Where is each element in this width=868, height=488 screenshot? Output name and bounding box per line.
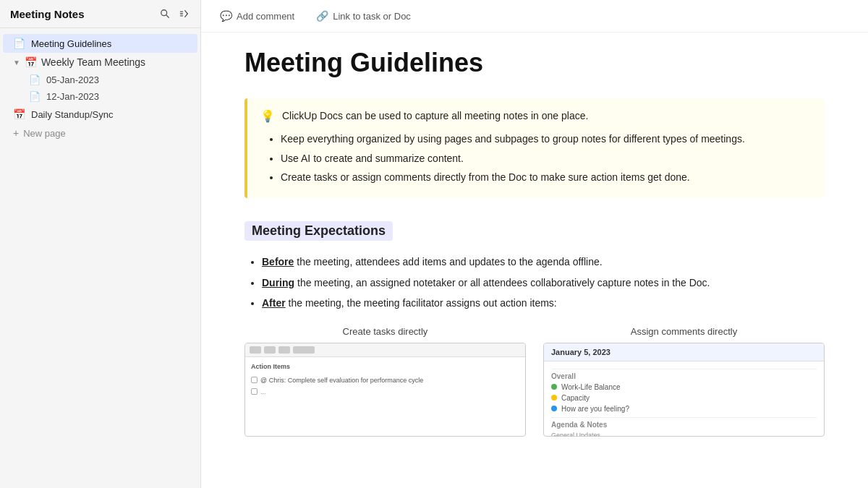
- img-row: General Updates: [551, 430, 817, 437]
- image-placeholder-tasks: Action Items @ Chris: Complete self eval…: [244, 343, 526, 437]
- img-header: January 5, 2023: [544, 343, 824, 361]
- list-item: After the meeting, the meeting facilitat…: [262, 295, 825, 311]
- link-icon: 🔗: [316, 10, 328, 22]
- during-text: the meeting, an assigned notetaker or al…: [297, 277, 710, 288]
- row-label: How are you feeling?: [561, 405, 629, 413]
- during-label: During: [262, 277, 294, 288]
- dot-blue: [551, 406, 557, 411]
- page-icon: 📄: [29, 91, 41, 102]
- list-item: Use AI to create and summarize content.: [281, 150, 812, 166]
- sidebar-item-label: Meeting Guidelines: [31, 38, 111, 49]
- section-heading-wrapper: Meeting Expectations: [244, 221, 393, 241]
- row-label: Capacity: [561, 394, 590, 402]
- action-item-text: @ Chris: Complete self evaluation for pe…: [260, 377, 423, 384]
- after-label: After: [262, 297, 286, 309]
- callout-box: 💡 ClickUp Docs can be used to capture al…: [244, 98, 825, 198]
- sidebar-item-12-jan-2023[interactable]: 📄 12-Jan-2023: [3, 88, 197, 105]
- img-section-label: Overall: [551, 369, 817, 382]
- image-placeholder-comments: January 5, 2023 Overall Work-Life Balanc…: [543, 343, 825, 437]
- img-row: Work-Life Balance: [551, 382, 817, 393]
- calendar-icon: 📅: [13, 108, 25, 120]
- img-body: Overall Work-Life Balance Capacity How a…: [544, 361, 824, 437]
- collapse-sidebar-button[interactable]: [177, 7, 190, 20]
- dot-yellow: [551, 395, 557, 401]
- svg-rect-4: [180, 15, 183, 16]
- mock-btn: [278, 346, 290, 354]
- page-icon: 📄: [29, 74, 41, 85]
- sidebar-item-label: 12-Jan-2023: [46, 91, 99, 102]
- sidebar-item-label: Daily Standup/Sync: [31, 109, 113, 120]
- section-heading: Meeting Expectations: [252, 223, 386, 239]
- mock-action-item: ...: [251, 386, 519, 398]
- lightbulb-icon: 💡: [260, 109, 275, 123]
- sidebar-item-meeting-guidelines[interactable]: 📄 Meeting Guidelines: [3, 34, 197, 53]
- sidebar-item-label: 05-Jan-2023: [46, 74, 99, 85]
- doc-content: Meeting Guidelines 💡 ClickUp Docs can be…: [201, 33, 868, 488]
- list-item: Keep everything organized by using pages…: [281, 131, 812, 147]
- mock-btn: [264, 346, 276, 354]
- image-card-comments: Assign comments directly January 5, 2023…: [543, 326, 825, 437]
- link-label: Link to task or Doc: [333, 11, 411, 22]
- image-caption-tasks: Create tasks directly: [343, 326, 428, 337]
- expectations-list: Before the meeting, attendees add items …: [244, 254, 825, 311]
- callout-header: 💡 ClickUp Docs can be used to capture al…: [260, 108, 812, 124]
- sidebar-group-label: Weekly Team Meetings: [41, 56, 145, 68]
- action-items-label: Action Items: [251, 363, 519, 370]
- main-content-area: 💬 Add comment 🔗 Link to task or Doc Meet…: [201, 0, 868, 488]
- search-icon: [160, 9, 170, 19]
- mock-action-item: @ Chris: Complete self evaluation for pe…: [251, 374, 519, 386]
- sidebar-actions: [158, 7, 190, 20]
- mock-content: Action Items @ Chris: Complete self eval…: [245, 357, 525, 403]
- list-item: Create tasks or assign comments directly…: [281, 169, 812, 185]
- plus-icon: +: [13, 127, 19, 139]
- search-button[interactable]: [158, 7, 171, 20]
- image-card-tasks: Create tasks directly Action Items @ Chr…: [244, 326, 526, 437]
- page-title: Meeting Guidelines: [244, 47, 825, 78]
- svg-line-1: [166, 15, 169, 18]
- sidebar-item-daily-standup[interactable]: 📅 Daily Standup/Sync: [3, 105, 197, 124]
- mock-btn: [293, 346, 315, 354]
- add-page-label: New page: [23, 128, 66, 139]
- calendar-icon: 📅: [25, 56, 37, 68]
- img-row: How are you feeling?: [551, 403, 817, 414]
- row-text: General Updates: [551, 432, 600, 437]
- before-text: the meeting, attendees add items and upd…: [297, 256, 602, 267]
- list-item: Before the meeting, attendees add items …: [262, 254, 825, 270]
- page-icon: 📄: [13, 38, 25, 49]
- img-section-label-agenda: Agenda & Notes: [551, 417, 817, 430]
- list-item: During the meeting, an assigned notetake…: [262, 275, 825, 291]
- sidebar-item-05-jan-2023[interactable]: 📄 05-Jan-2023: [3, 72, 197, 88]
- sidebar-title: Meeting Notes: [10, 8, 85, 20]
- callout-text: ClickUp Docs can be used to capture all …: [282, 108, 588, 124]
- svg-line-5: [185, 11, 188, 14]
- after-text: the meeting, the meeting facilitator ass…: [289, 297, 557, 309]
- sidebar-header: Meeting Notes: [0, 0, 200, 28]
- callout-list: Keep everything organized by using pages…: [260, 131, 812, 185]
- sidebar: Meeting Notes 📄 Meet: [0, 0, 201, 488]
- mock-btn: [250, 346, 261, 354]
- add-new-page-button[interactable]: + New page: [3, 124, 197, 142]
- mock-checkbox: [251, 377, 258, 383]
- action-item-text: ...: [260, 388, 266, 395]
- collapse-icon: [179, 9, 189, 19]
- comment-icon: 💬: [220, 10, 232, 22]
- img-row: Capacity: [551, 393, 817, 403]
- doc-toolbar: 💬 Add comment 🔗 Link to task or Doc: [201, 0, 868, 33]
- chevron-down-icon: ▼: [13, 59, 20, 67]
- row-label: Work-Life Balance: [561, 383, 621, 391]
- sidebar-group-weekly-team-meetings[interactable]: ▼ 📅 Weekly Team Meetings: [3, 53, 197, 72]
- svg-line-6: [185, 14, 188, 17]
- add-comment-label: Add comment: [237, 11, 294, 22]
- add-comment-button[interactable]: 💬 Add comment: [216, 7, 299, 25]
- sidebar-nav: 📄 Meeting Guidelines ▼ 📅 Weekly Team Mee…: [0, 28, 200, 148]
- link-to-task-button[interactable]: 🔗 Link to task or Doc: [312, 7, 415, 25]
- dot-green: [551, 384, 557, 390]
- mock-toolbar: [245, 343, 525, 357]
- svg-rect-2: [180, 12, 183, 12]
- mock-checkbox: [251, 388, 258, 395]
- image-section: Create tasks directly Action Items @ Chr…: [244, 326, 825, 437]
- before-label: Before: [262, 256, 294, 267]
- image-caption-comments: Assign comments directly: [631, 326, 737, 337]
- svg-rect-3: [180, 13, 183, 14]
